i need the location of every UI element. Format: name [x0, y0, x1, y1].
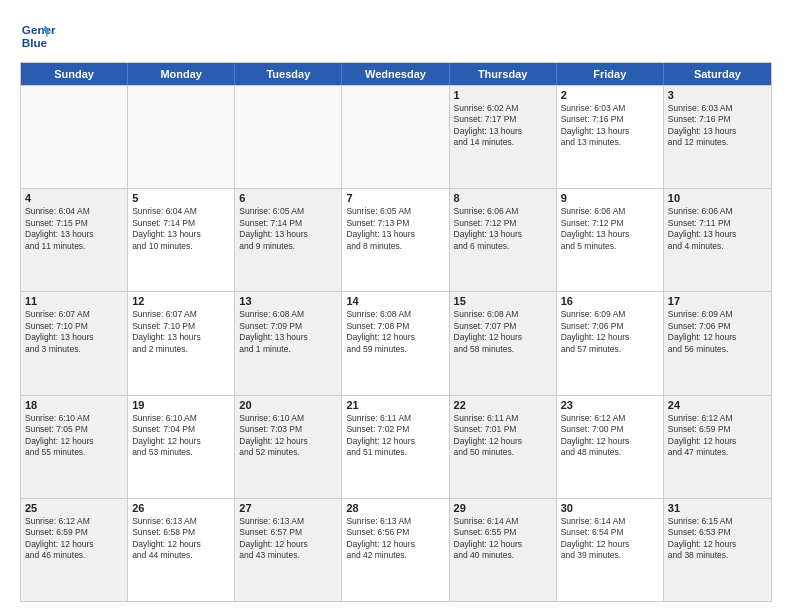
day-info: Sunrise: 6:05 AM Sunset: 7:13 PM Dayligh… — [346, 206, 444, 252]
day-info: Sunrise: 6:10 AM Sunset: 7:03 PM Dayligh… — [239, 413, 337, 459]
day-info: Sunrise: 6:13 AM Sunset: 6:57 PM Dayligh… — [239, 516, 337, 562]
cal-cell: 11Sunrise: 6:07 AM Sunset: 7:10 PM Dayli… — [21, 292, 128, 394]
week-row-3: 11Sunrise: 6:07 AM Sunset: 7:10 PM Dayli… — [21, 291, 771, 394]
header-day-friday: Friday — [557, 63, 664, 85]
day-number: 17 — [668, 295, 767, 307]
cal-cell: 1Sunrise: 6:02 AM Sunset: 7:17 PM Daylig… — [450, 86, 557, 188]
day-number: 7 — [346, 192, 444, 204]
day-number: 11 — [25, 295, 123, 307]
day-number: 12 — [132, 295, 230, 307]
week-row-2: 4Sunrise: 6:04 AM Sunset: 7:15 PM Daylig… — [21, 188, 771, 291]
page: General Blue SundayMondayTuesdayWednesda… — [0, 0, 792, 612]
day-info: Sunrise: 6:04 AM Sunset: 7:15 PM Dayligh… — [25, 206, 123, 252]
day-info: Sunrise: 6:03 AM Sunset: 7:16 PM Dayligh… — [668, 103, 767, 149]
day-number: 6 — [239, 192, 337, 204]
cal-cell — [21, 86, 128, 188]
day-info: Sunrise: 6:14 AM Sunset: 6:54 PM Dayligh… — [561, 516, 659, 562]
logo: General Blue — [20, 18, 56, 54]
day-info: Sunrise: 6:08 AM Sunset: 7:08 PM Dayligh… — [346, 309, 444, 355]
cal-cell: 25Sunrise: 6:12 AM Sunset: 6:59 PM Dayli… — [21, 499, 128, 601]
day-number: 30 — [561, 502, 659, 514]
day-info: Sunrise: 6:04 AM Sunset: 7:14 PM Dayligh… — [132, 206, 230, 252]
day-info: Sunrise: 6:03 AM Sunset: 7:16 PM Dayligh… — [561, 103, 659, 149]
cal-cell: 15Sunrise: 6:08 AM Sunset: 7:07 PM Dayli… — [450, 292, 557, 394]
cal-cell: 3Sunrise: 6:03 AM Sunset: 7:16 PM Daylig… — [664, 86, 771, 188]
header: General Blue — [20, 18, 772, 54]
header-day-thursday: Thursday — [450, 63, 557, 85]
svg-text:Blue: Blue — [22, 36, 48, 49]
day-number: 26 — [132, 502, 230, 514]
day-number: 2 — [561, 89, 659, 101]
cal-cell: 17Sunrise: 6:09 AM Sunset: 7:06 PM Dayli… — [664, 292, 771, 394]
day-number: 5 — [132, 192, 230, 204]
cal-cell: 6Sunrise: 6:05 AM Sunset: 7:14 PM Daylig… — [235, 189, 342, 291]
day-number: 19 — [132, 399, 230, 411]
day-number: 8 — [454, 192, 552, 204]
cal-cell: 8Sunrise: 6:06 AM Sunset: 7:12 PM Daylig… — [450, 189, 557, 291]
cal-cell: 20Sunrise: 6:10 AM Sunset: 7:03 PM Dayli… — [235, 396, 342, 498]
day-number: 9 — [561, 192, 659, 204]
day-number: 15 — [454, 295, 552, 307]
day-number: 18 — [25, 399, 123, 411]
day-info: Sunrise: 6:05 AM Sunset: 7:14 PM Dayligh… — [239, 206, 337, 252]
day-number: 21 — [346, 399, 444, 411]
day-info: Sunrise: 6:02 AM Sunset: 7:17 PM Dayligh… — [454, 103, 552, 149]
cal-cell: 13Sunrise: 6:08 AM Sunset: 7:09 PM Dayli… — [235, 292, 342, 394]
day-info: Sunrise: 6:11 AM Sunset: 7:01 PM Dayligh… — [454, 413, 552, 459]
cal-cell: 14Sunrise: 6:08 AM Sunset: 7:08 PM Dayli… — [342, 292, 449, 394]
week-row-1: 1Sunrise: 6:02 AM Sunset: 7:17 PM Daylig… — [21, 85, 771, 188]
day-info: Sunrise: 6:08 AM Sunset: 7:07 PM Dayligh… — [454, 309, 552, 355]
day-number: 1 — [454, 89, 552, 101]
header-day-sunday: Sunday — [21, 63, 128, 85]
cal-cell: 19Sunrise: 6:10 AM Sunset: 7:04 PM Dayli… — [128, 396, 235, 498]
calendar-body: 1Sunrise: 6:02 AM Sunset: 7:17 PM Daylig… — [21, 85, 771, 601]
cal-cell: 5Sunrise: 6:04 AM Sunset: 7:14 PM Daylig… — [128, 189, 235, 291]
day-number: 23 — [561, 399, 659, 411]
svg-text:General: General — [22, 23, 56, 36]
day-info: Sunrise: 6:14 AM Sunset: 6:55 PM Dayligh… — [454, 516, 552, 562]
day-info: Sunrise: 6:10 AM Sunset: 7:04 PM Dayligh… — [132, 413, 230, 459]
cal-cell: 7Sunrise: 6:05 AM Sunset: 7:13 PM Daylig… — [342, 189, 449, 291]
header-day-saturday: Saturday — [664, 63, 771, 85]
header-day-tuesday: Tuesday — [235, 63, 342, 85]
day-info: Sunrise: 6:06 AM Sunset: 7:12 PM Dayligh… — [454, 206, 552, 252]
cal-cell: 27Sunrise: 6:13 AM Sunset: 6:57 PM Dayli… — [235, 499, 342, 601]
day-number: 29 — [454, 502, 552, 514]
day-number: 13 — [239, 295, 337, 307]
cal-cell — [128, 86, 235, 188]
day-info: Sunrise: 6:06 AM Sunset: 7:12 PM Dayligh… — [561, 206, 659, 252]
day-number: 20 — [239, 399, 337, 411]
day-info: Sunrise: 6:07 AM Sunset: 7:10 PM Dayligh… — [132, 309, 230, 355]
day-info: Sunrise: 6:09 AM Sunset: 7:06 PM Dayligh… — [668, 309, 767, 355]
cal-cell — [235, 86, 342, 188]
header-day-wednesday: Wednesday — [342, 63, 449, 85]
day-info: Sunrise: 6:08 AM Sunset: 7:09 PM Dayligh… — [239, 309, 337, 355]
cal-cell: 31Sunrise: 6:15 AM Sunset: 6:53 PM Dayli… — [664, 499, 771, 601]
week-row-5: 25Sunrise: 6:12 AM Sunset: 6:59 PM Dayli… — [21, 498, 771, 601]
day-info: Sunrise: 6:12 AM Sunset: 6:59 PM Dayligh… — [25, 516, 123, 562]
day-info: Sunrise: 6:13 AM Sunset: 6:56 PM Dayligh… — [346, 516, 444, 562]
cal-cell: 30Sunrise: 6:14 AM Sunset: 6:54 PM Dayli… — [557, 499, 664, 601]
day-info: Sunrise: 6:13 AM Sunset: 6:58 PM Dayligh… — [132, 516, 230, 562]
cal-cell: 24Sunrise: 6:12 AM Sunset: 6:59 PM Dayli… — [664, 396, 771, 498]
day-number: 31 — [668, 502, 767, 514]
cal-cell: 9Sunrise: 6:06 AM Sunset: 7:12 PM Daylig… — [557, 189, 664, 291]
day-number: 27 — [239, 502, 337, 514]
cal-cell: 2Sunrise: 6:03 AM Sunset: 7:16 PM Daylig… — [557, 86, 664, 188]
cal-cell: 28Sunrise: 6:13 AM Sunset: 6:56 PM Dayli… — [342, 499, 449, 601]
day-info: Sunrise: 6:15 AM Sunset: 6:53 PM Dayligh… — [668, 516, 767, 562]
day-info: Sunrise: 6:12 AM Sunset: 7:00 PM Dayligh… — [561, 413, 659, 459]
day-info: Sunrise: 6:09 AM Sunset: 7:06 PM Dayligh… — [561, 309, 659, 355]
cal-cell: 26Sunrise: 6:13 AM Sunset: 6:58 PM Dayli… — [128, 499, 235, 601]
cal-cell: 18Sunrise: 6:10 AM Sunset: 7:05 PM Dayli… — [21, 396, 128, 498]
cal-cell: 22Sunrise: 6:11 AM Sunset: 7:01 PM Dayli… — [450, 396, 557, 498]
day-number: 28 — [346, 502, 444, 514]
day-number: 3 — [668, 89, 767, 101]
cal-cell: 16Sunrise: 6:09 AM Sunset: 7:06 PM Dayli… — [557, 292, 664, 394]
day-number: 22 — [454, 399, 552, 411]
cal-cell — [342, 86, 449, 188]
day-number: 10 — [668, 192, 767, 204]
day-number: 14 — [346, 295, 444, 307]
day-info: Sunrise: 6:12 AM Sunset: 6:59 PM Dayligh… — [668, 413, 767, 459]
week-row-4: 18Sunrise: 6:10 AM Sunset: 7:05 PM Dayli… — [21, 395, 771, 498]
